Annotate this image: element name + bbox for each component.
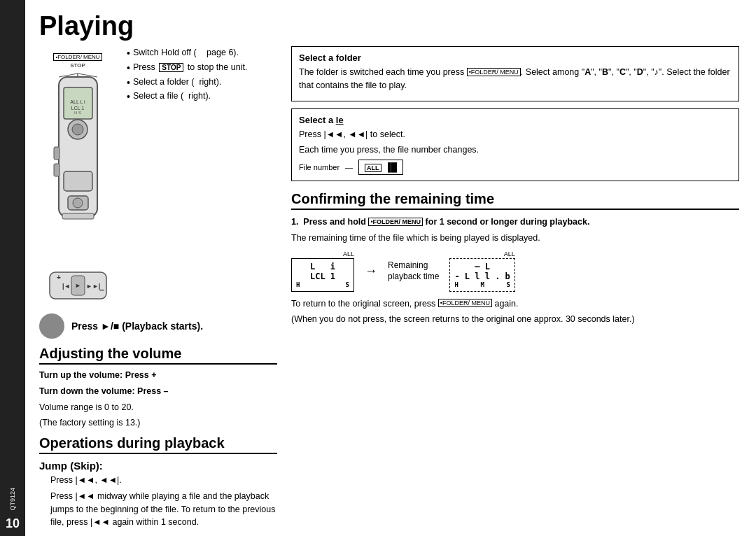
remaining-label: Remaining playback time bbox=[388, 260, 439, 281]
display-left-box: ALL L i LCL 1 HS bbox=[291, 251, 354, 292]
file-number-row: File number — ALL ▐█ bbox=[299, 160, 732, 175]
svg-text:–: – bbox=[99, 285, 104, 295]
select-file-text1: Press |◄◄, ◄◄| to select. bbox=[299, 128, 732, 141]
svg-rect-7 bbox=[54, 147, 59, 160]
svg-text:+: + bbox=[57, 274, 61, 281]
bottom-controls-svg: + |◄◄ ► ►►| – bbox=[48, 269, 108, 304]
volume-turn-up: Turn up the volume: Press + bbox=[39, 369, 277, 382]
display-box-right: — L - L l l . b HMS bbox=[449, 258, 514, 292]
page-number-tab: RQT9124 10 bbox=[0, 0, 25, 536]
select-file-title: Select a le bbox=[299, 115, 732, 125]
stop-device-label: STOP bbox=[70, 62, 85, 69]
folder-menu-ref-1: •FOLDER/ MENU bbox=[467, 68, 521, 76]
page-title: Playing bbox=[39, 13, 739, 39]
select-folder-title: Select a folder bbox=[299, 52, 732, 63]
main-content: Playing •FOLDER/ MENU STOP bbox=[25, 0, 756, 536]
jump-content: Press |◄◄, ◄◄|. Press |◄◄ midway while p… bbox=[50, 474, 277, 529]
svg-point-11 bbox=[73, 198, 83, 208]
svg-text:H   S: H S bbox=[74, 111, 80, 115]
folder-menu-device-label: •FOLDER/ MENU bbox=[53, 53, 102, 61]
arrow-icon: → bbox=[365, 264, 377, 278]
folder-menu-ref-2: •FOLDER/ MENU bbox=[368, 218, 423, 226]
volume-turn-down-bold: Turn down the volume: Press – bbox=[39, 386, 169, 396]
all-badge: ALL bbox=[365, 164, 382, 172]
bullet-item-3: Select a folder ( right). bbox=[127, 76, 277, 90]
file-number-display: ALL ▐█ bbox=[358, 160, 403, 175]
display-box-left: L i LCL 1 HS bbox=[291, 258, 354, 292]
device-area: •FOLDER/ MENU STOP ALL L i LCL 1 H S bbox=[39, 46, 277, 304]
all-label-left: ALL bbox=[291, 251, 354, 258]
two-col-layout: •FOLDER/ MENU STOP ALL L i LCL 1 H S bbox=[39, 46, 739, 536]
operations-heading: Operations during playback bbox=[39, 435, 277, 454]
page-container: RQT9124 10 Playing •FOLDER/ MENU STOP bbox=[0, 0, 756, 536]
svg-point-6 bbox=[72, 124, 83, 135]
jump-text2: Press |◄◄ midway while playing a file an… bbox=[50, 490, 277, 529]
page-number-badge: 10 bbox=[0, 511, 25, 536]
remaining-displayed-text: The remaining time of the file which is … bbox=[291, 232, 739, 245]
stop-badge: STOP bbox=[159, 63, 183, 72]
device-wrapper: •FOLDER/ MENU STOP ALL L i LCL 1 H S bbox=[48, 53, 108, 304]
when-text: (When you do not press, the screen retur… bbox=[291, 313, 739, 326]
jump-heading: Jump (Skip): bbox=[39, 460, 277, 472]
jump-text1: Press |◄◄, ◄◄|. bbox=[50, 474, 277, 487]
bullet-list: Switch Hold off ( page 6). Press STOP to… bbox=[123, 46, 277, 304]
bullet-item-2: Press STOP to stop the unit. bbox=[127, 61, 277, 76]
display-right-box: ALL — L - L l l . b HMS bbox=[449, 251, 514, 292]
volume-factory-text: (The factory setting is 13.) bbox=[39, 416, 277, 430]
svg-rect-9 bbox=[64, 171, 92, 191]
bottom-controls-row: + |◄◄ ► ►►| – bbox=[48, 269, 108, 304]
svg-rect-8 bbox=[54, 164, 59, 176]
step1-bold: 1. Press and hold •FOLDER/ MENU for 1 se… bbox=[291, 217, 589, 227]
select-folder-box: Select a folder The folder is switched e… bbox=[291, 46, 739, 101]
play-button-label: Press ►/■ (Playback starts). bbox=[71, 320, 203, 332]
device-svg: ALL L i LCL 1 H S bbox=[48, 70, 108, 266]
confirming-section: Confirming the remaining time 1. Press a… bbox=[291, 191, 739, 329]
left-column: •FOLDER/ MENU STOP ALL L i LCL 1 H S bbox=[39, 46, 277, 536]
file-number-label-text: File number bbox=[299, 163, 340, 171]
select-file-text2: Each time you press, the file number cha… bbox=[299, 143, 732, 157]
right-column: Select a folder The folder is switched e… bbox=[291, 46, 739, 536]
step1-text: 1. Press and hold •FOLDER/ MENU for 1 se… bbox=[291, 216, 739, 229]
volume-turn-down: Turn down the volume: Press – bbox=[39, 385, 277, 398]
svg-text:LCL 1: LCL 1 bbox=[71, 106, 84, 111]
operations-section: Operations during playback Jump (Skip): … bbox=[39, 435, 277, 536]
folder-menu-ref-3: •FOLDER/ MENU bbox=[438, 299, 492, 307]
select-file-box: Select a le Press |◄◄, ◄◄| to select. Ea… bbox=[291, 108, 739, 182]
select-folder-text: The folder is switched each time you pre… bbox=[299, 66, 732, 92]
svg-text:►: ► bbox=[75, 282, 81, 289]
device-illustration: •FOLDER/ MENU STOP ALL L i LCL 1 H S bbox=[39, 46, 116, 304]
remaining-display-area: ALL L i LCL 1 HS → Remaining bbox=[291, 251, 739, 292]
svg-text:ALL L i: ALL L i bbox=[70, 99, 85, 104]
bullet-item-1: Switch Hold off ( page 6). bbox=[127, 46, 277, 61]
return-text: To return to the original screen, press … bbox=[291, 297, 739, 311]
volume-turn-up-bold: Turn up the volume: Press + bbox=[39, 370, 157, 380]
svg-rect-12 bbox=[62, 213, 94, 219]
confirming-heading: Confirming the remaining time bbox=[291, 191, 739, 210]
play-button-row: Press ►/■ (Playback starts). bbox=[39, 313, 277, 339]
volume-range-text: Volume range is 0 to 20. bbox=[39, 401, 277, 414]
play-circle-icon bbox=[39, 313, 64, 339]
bullet-item-4: Select a file ( right). bbox=[127, 90, 277, 104]
volume-section-heading: Adjusting the volume bbox=[39, 346, 277, 365]
svg-text:►►|: ►►| bbox=[86, 283, 100, 290]
all-label-right: ALL bbox=[449, 251, 514, 258]
